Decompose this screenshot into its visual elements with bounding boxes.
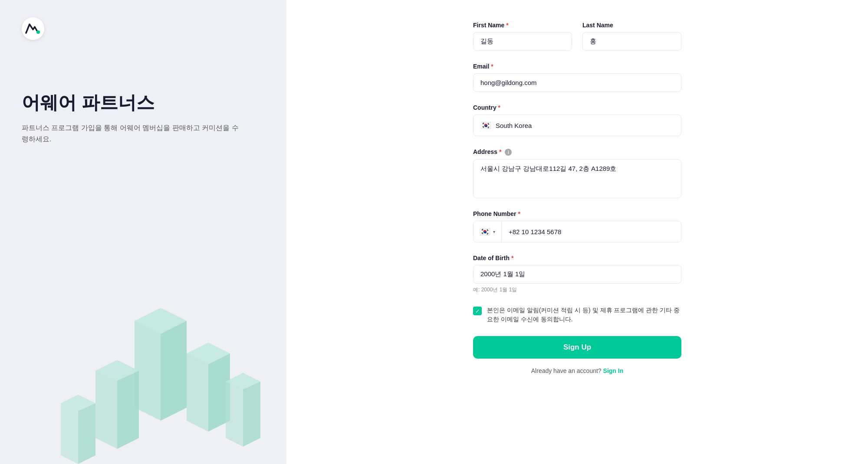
phone-input-wrapper: 🇰🇷 ▾ (473, 221, 681, 242)
phone-input[interactable] (502, 223, 681, 241)
right-panel: First Name * Last Name Email * Country * (286, 0, 868, 464)
logo (22, 17, 265, 40)
required-star: * (506, 22, 508, 29)
illustration (0, 273, 286, 464)
dob-input[interactable] (473, 265, 681, 284)
first-name-group: First Name * (473, 22, 572, 51)
left-panel: 어웨어 파트너스 파트너스 프로그램 가입을 통해 어웨어 멤버십을 판매하고 … (0, 0, 286, 464)
country-select[interactable]: 🇰🇷 South Korea (473, 114, 681, 136)
address-label: Address * i (473, 148, 681, 156)
dob-group: Date of Birth * 예: 2000년 1월 1일 (473, 255, 681, 294)
hero-description: 파트너스 프로그램 가입을 통해 어웨어 멤버십을 판매하고 커미션을 수령하세… (22, 122, 239, 144)
sign-up-button[interactable]: Sign Up (473, 336, 681, 359)
logo-mark (22, 17, 44, 40)
phone-country-select[interactable]: 🇰🇷 ▾ (473, 221, 502, 242)
svg-point-0 (36, 30, 40, 34)
form-container: First Name * Last Name Email * Country * (473, 17, 681, 374)
address-group: Address * i 서울시 강남구 강남대로112길 47, 2층 A128… (473, 148, 681, 198)
sign-in-row: Already have an account? Sign In (473, 367, 681, 374)
country-label: Country * (473, 104, 681, 111)
consent-checkbox-wrapper[interactable]: ✓ (473, 307, 482, 315)
address-info-icon[interactable]: i (505, 149, 512, 156)
last-name-group: Last Name (582, 22, 681, 51)
consent-label: 본인은 이메일 알림(커미션 적립 시 등) 및 제휴 프로그램에 관한 기타 … (487, 306, 681, 324)
consent-row: ✓ 본인은 이메일 알림(커미션 적립 시 등) 및 제휴 프로그램에 관한 기… (473, 306, 681, 324)
dob-label: Date of Birth * (473, 255, 681, 261)
svg-marker-9 (243, 382, 260, 447)
last-name-input[interactable] (582, 32, 681, 51)
phone-group: Phone Number * 🇰🇷 ▾ (473, 210, 681, 242)
first-name-label: First Name * (473, 22, 572, 29)
country-flag: 🇰🇷 (480, 120, 491, 131)
phone-label: Phone Number * (473, 210, 681, 217)
email-group: Email * (473, 63, 681, 92)
email-input[interactable] (473, 73, 681, 92)
svg-marker-15 (78, 403, 95, 464)
phone-flag: 🇰🇷 (480, 226, 490, 237)
address-input[interactable]: 서울시 강남구 강남대로112길 47, 2층 A1289호 (473, 159, 681, 198)
hero-title: 어웨어 파트너스 (22, 92, 265, 114)
first-name-input[interactable] (473, 32, 572, 51)
svg-marker-3 (161, 321, 187, 421)
country-value: South Korea (496, 122, 532, 129)
already-account-text: Already have an account? (531, 367, 602, 374)
last-name-label: Last Name (582, 22, 681, 29)
name-row: First Name * Last Name (473, 22, 681, 51)
phone-chevron-icon: ▾ (493, 229, 495, 234)
svg-marker-12 (117, 371, 139, 449)
country-group: Country * 🇰🇷 South Korea (473, 104, 681, 136)
email-label: Email * (473, 63, 681, 70)
sign-in-link[interactable]: Sign In (603, 367, 624, 374)
dob-hint: 예: 2000년 1월 1일 (473, 286, 681, 294)
